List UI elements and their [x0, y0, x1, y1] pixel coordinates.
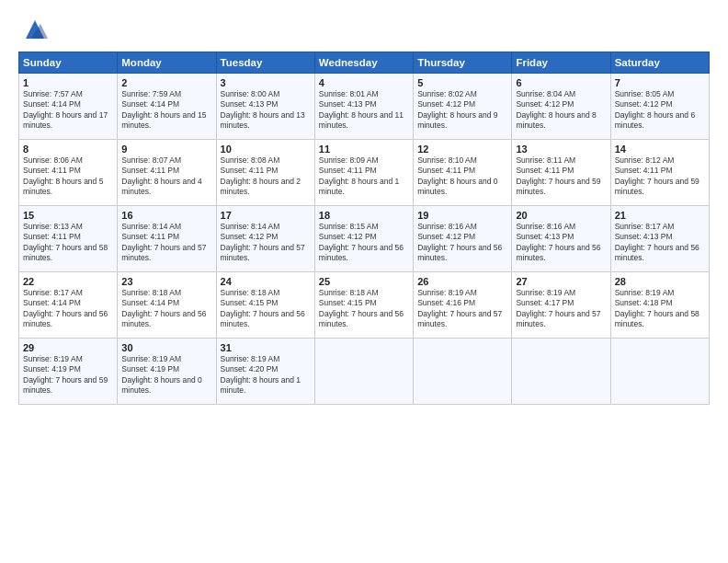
- col-header-wednesday: Wednesday: [314, 52, 413, 74]
- table-row: 5Sunrise: 8:02 AMSunset: 4:12 PMDaylight…: [414, 74, 512, 140]
- calendar-week-2: 8Sunrise: 8:06 AMSunset: 4:11 PMDaylight…: [19, 140, 710, 206]
- table-row: 8Sunrise: 8:06 AMSunset: 4:11 PMDaylight…: [19, 140, 118, 206]
- table-row: [512, 339, 610, 405]
- table-row: 2Sunrise: 7:59 AMSunset: 4:14 PMDaylight…: [118, 74, 216, 140]
- table-row: 7Sunrise: 8:05 AMSunset: 4:12 PMDaylight…: [610, 74, 709, 140]
- table-row: 30Sunrise: 8:19 AMSunset: 4:19 PMDayligh…: [118, 339, 216, 405]
- calendar-table: SundayMondayTuesdayWednesdayThursdayFrid…: [18, 52, 710, 405]
- table-row: 21Sunrise: 8:17 AMSunset: 4:13 PMDayligh…: [610, 206, 709, 272]
- logo-icon: [22, 17, 48, 42]
- table-row: 11Sunrise: 8:09 AMSunset: 4:11 PMDayligh…: [314, 140, 413, 206]
- table-row: 10Sunrise: 8:08 AMSunset: 4:11 PMDayligh…: [216, 140, 314, 206]
- table-row: [414, 339, 512, 405]
- col-header-friday: Friday: [512, 52, 610, 74]
- calendar-week-1: 1Sunrise: 7:57 AMSunset: 4:14 PMDaylight…: [19, 74, 710, 140]
- calendar-week-4: 22Sunrise: 8:17 AMSunset: 4:14 PMDayligh…: [19, 272, 710, 339]
- table-row: 3Sunrise: 8:00 AMSunset: 4:13 PMDaylight…: [216, 74, 314, 140]
- table-row: 28Sunrise: 8:19 AMSunset: 4:18 PMDayligh…: [610, 272, 709, 339]
- table-row: 24Sunrise: 8:18 AMSunset: 4:15 PMDayligh…: [216, 272, 314, 339]
- table-row: 19Sunrise: 8:16 AMSunset: 4:12 PMDayligh…: [414, 206, 512, 272]
- table-row: 14Sunrise: 8:12 AMSunset: 4:11 PMDayligh…: [610, 140, 709, 206]
- table-row: 20Sunrise: 8:16 AMSunset: 4:13 PMDayligh…: [512, 206, 610, 272]
- table-row: 1Sunrise: 7:57 AMSunset: 4:14 PMDaylight…: [19, 74, 118, 140]
- table-row: 16Sunrise: 8:14 AMSunset: 4:11 PMDayligh…: [118, 206, 216, 272]
- header: [18, 17, 710, 42]
- logo: [18, 17, 48, 42]
- calendar-week-3: 15Sunrise: 8:13 AMSunset: 4:11 PMDayligh…: [19, 206, 710, 272]
- table-row: 26Sunrise: 8:19 AMSunset: 4:16 PMDayligh…: [414, 272, 512, 339]
- table-row: 9Sunrise: 8:07 AMSunset: 4:11 PMDaylight…: [118, 140, 216, 206]
- table-row: 22Sunrise: 8:17 AMSunset: 4:14 PMDayligh…: [19, 272, 118, 339]
- table-row: 23Sunrise: 8:18 AMSunset: 4:14 PMDayligh…: [118, 272, 216, 339]
- table-row: 4Sunrise: 8:01 AMSunset: 4:13 PMDaylight…: [314, 74, 413, 140]
- table-row: 17Sunrise: 8:14 AMSunset: 4:12 PMDayligh…: [216, 206, 314, 272]
- table-row: 29Sunrise: 8:19 AMSunset: 4:19 PMDayligh…: [19, 339, 118, 405]
- header-row: SundayMondayTuesdayWednesdayThursdayFrid…: [19, 52, 710, 74]
- table-row: 31Sunrise: 8:19 AMSunset: 4:20 PMDayligh…: [216, 339, 314, 405]
- table-row: 27Sunrise: 8:19 AMSunset: 4:17 PMDayligh…: [512, 272, 610, 339]
- table-row: [610, 339, 709, 405]
- table-row: 18Sunrise: 8:15 AMSunset: 4:12 PMDayligh…: [314, 206, 413, 272]
- col-header-monday: Monday: [118, 52, 216, 74]
- table-row: 15Sunrise: 8:13 AMSunset: 4:11 PMDayligh…: [19, 206, 118, 272]
- table-row: 12Sunrise: 8:10 AMSunset: 4:11 PMDayligh…: [414, 140, 512, 206]
- col-header-tuesday: Tuesday: [216, 52, 314, 74]
- table-row: [314, 339, 413, 405]
- calendar-week-5: 29Sunrise: 8:19 AMSunset: 4:19 PMDayligh…: [19, 339, 710, 405]
- col-header-saturday: Saturday: [610, 52, 709, 74]
- col-header-thursday: Thursday: [414, 52, 512, 74]
- page: SundayMondayTuesdayWednesdayThursdayFrid…: [0, 0, 728, 563]
- table-row: 13Sunrise: 8:11 AMSunset: 4:11 PMDayligh…: [512, 140, 610, 206]
- col-header-sunday: Sunday: [19, 52, 118, 74]
- table-row: 25Sunrise: 8:18 AMSunset: 4:15 PMDayligh…: [314, 272, 413, 339]
- table-row: 6Sunrise: 8:04 AMSunset: 4:12 PMDaylight…: [512, 74, 610, 140]
